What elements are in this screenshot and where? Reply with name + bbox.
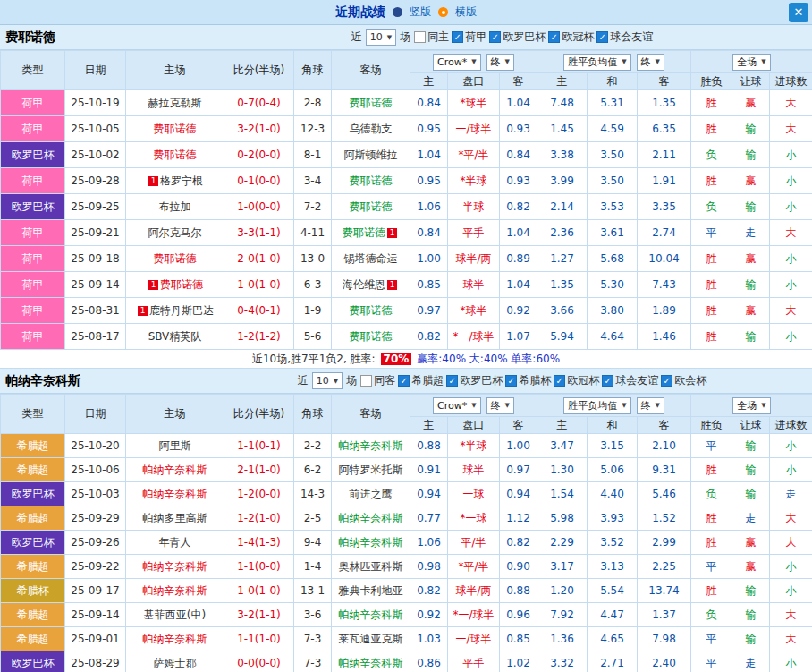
close-icon[interactable]: ✕	[789, 3, 808, 22]
home-team[interactable]: 阿里斯	[126, 434, 224, 458]
home-team[interactable]: 帕纳辛奈科斯	[126, 579, 224, 603]
away-team[interactable]: 帕纳辛奈科斯	[332, 506, 410, 531]
scope-select[interactable]: 全场 ▼	[732, 397, 770, 414]
radio-horizontal-label[interactable]: 横版	[455, 4, 477, 20]
checkbox-checked-icon[interactable]: ✓	[661, 375, 672, 387]
odds-time-select[interactable]: 终 ▼	[486, 54, 514, 71]
filter-checkbox[interactable]: ✓荷甲	[452, 30, 486, 45]
away-team[interactable]: 阿斯顿维拉	[332, 142, 410, 168]
away-team[interactable]: 前进之鹰	[332, 482, 410, 506]
match-count-select[interactable]: 10 ▼	[366, 29, 396, 46]
result-goals: 大	[770, 90, 812, 116]
away-team[interactable]: 海伦维恩1	[332, 272, 410, 298]
result-handicap: 输	[732, 194, 770, 220]
avg-source-select[interactable]: 胜平负均值 ▼	[563, 397, 630, 414]
home-team[interactable]: 1格罗宁根	[126, 168, 224, 194]
away-team[interactable]: 阿特罗米托斯	[332, 458, 410, 482]
home-team[interactable]: 费耶诺德	[126, 142, 224, 168]
away-team[interactable]: 乌德勒支	[332, 116, 410, 142]
scope-select[interactable]: 全场 ▼	[732, 54, 770, 71]
league-badge: 希腊超	[1, 555, 65, 579]
odds-source-select[interactable]: Crow* ▼	[433, 397, 481, 414]
checkbox-unchecked-icon[interactable]	[360, 375, 372, 387]
checkbox-checked-icon[interactable]: ✓	[602, 375, 613, 387]
away-team[interactable]: 费耶诺德	[332, 194, 410, 220]
result-goals: 大	[770, 298, 812, 324]
away-team[interactable]: 帕纳辛奈科斯	[332, 531, 410, 555]
chevron-down-icon: ▼	[505, 402, 510, 409]
away-team[interactable]: 锡塔德命运	[332, 246, 410, 272]
result-goals: 大	[770, 116, 812, 142]
home-team[interactable]: 帕纳多里高斯	[126, 506, 224, 531]
checkbox-checked-icon[interactable]: ✓	[548, 31, 560, 43]
avg-odds-draw: 4.64	[588, 324, 638, 350]
checkbox-checked-icon[interactable]: ✓	[554, 375, 565, 387]
away-team[interactable]: 费耶诺德	[332, 324, 410, 350]
filter-checkbox[interactable]: 同主	[414, 30, 449, 45]
avg-time-select[interactable]: 终 ▼	[637, 397, 664, 414]
home-team[interactable]: 基菲西亚(中)	[126, 603, 224, 627]
match-date: 25-09-22	[65, 555, 126, 579]
home-team[interactable]: SBV精英队	[126, 324, 224, 350]
checkbox-checked-icon[interactable]: ✓	[505, 375, 517, 387]
home-team[interactable]: 布拉加	[126, 194, 224, 220]
away-team[interactable]: 帕纳辛奈科斯	[332, 651, 410, 672]
avg-time-select[interactable]: 终 ▼	[637, 54, 664, 71]
home-team[interactable]: 帕纳辛奈科斯	[126, 482, 224, 506]
checkbox-checked-icon[interactable]: ✓	[489, 31, 501, 43]
home-team[interactable]: 帕纳辛奈科斯	[126, 555, 224, 579]
away-team[interactable]: 费耶诺德1	[332, 220, 410, 246]
filter-checkbox[interactable]: ✓希腊超	[398, 373, 444, 388]
home-team[interactable]: 帕纳辛奈科斯	[126, 627, 224, 651]
away-team[interactable]: 雅典卡利地亚	[332, 579, 410, 603]
home-team[interactable]: 萨姆士郡	[126, 651, 224, 672]
filter-checkbox[interactable]: 同客	[360, 373, 395, 388]
league-badge: 荷甲	[1, 220, 65, 246]
result-winlose: 胜	[691, 246, 732, 272]
away-team[interactable]: 帕纳辛奈科斯	[332, 434, 410, 458]
filter-checkbox[interactable]: ✓球会友谊	[602, 373, 658, 388]
match-row: 希腊超25-10-06帕纳辛奈科斯2-1(1-0)6-2阿特罗米托斯0.91球半…	[1, 458, 812, 482]
filter-checkbox[interactable]: ✓欧冠杯	[548, 30, 594, 45]
league-filter-checkboxes: 同客✓希腊超✓欧罗巴杯✓希腊杯✓欧冠杯✓球会友谊✓欧会杯	[360, 373, 706, 388]
away-team[interactable]: 奥林匹亚科斯	[332, 555, 410, 579]
section-header: 帕纳辛奈科斯 近 10 ▼ 场 同客✓希腊超✓欧罗巴杯✓希腊杯✓欧冠杯✓球会友谊…	[0, 369, 812, 394]
home-team[interactable]: 帕纳辛奈科斯	[126, 458, 224, 482]
away-team[interactable]: 费耶诺德	[332, 298, 410, 324]
checkbox-unchecked-icon[interactable]	[414, 31, 426, 43]
result-goals: 大	[770, 627, 812, 651]
away-team[interactable]: 费耶诺德	[332, 168, 410, 194]
filter-checkbox[interactable]: ✓欧会杯	[661, 373, 706, 388]
away-team[interactable]: 费耶诺德	[332, 90, 410, 116]
radio-vertical-label[interactable]: 竖版	[410, 4, 431, 20]
filter-checkbox[interactable]: ✓球会友谊	[596, 30, 653, 45]
handicap-odds-home: 0.85	[410, 272, 448, 298]
match-score: 0-0(0-0)	[224, 651, 294, 672]
checkbox-checked-icon[interactable]: ✓	[398, 375, 410, 387]
odds-source-select[interactable]: Crow* ▼	[433, 54, 481, 71]
away-team[interactable]: 莱瓦迪亚克斯	[332, 627, 410, 651]
filter-checkbox[interactable]: ✓欧冠杯	[554, 373, 599, 388]
checkbox-checked-icon[interactable]: ✓	[596, 31, 608, 43]
home-team[interactable]: 赫拉克勒斯	[126, 90, 224, 116]
handicap-odds-home: 0.98	[410, 555, 448, 579]
radio-horizontal-icon[interactable]	[438, 7, 448, 17]
away-team[interactable]: 帕纳辛奈科斯	[332, 603, 410, 627]
filter-checkbox[interactable]: ✓欧罗巴杯	[446, 373, 503, 388]
checkbox-checked-icon[interactable]: ✓	[446, 375, 458, 387]
match-count-select[interactable]: 10 ▼	[312, 372, 343, 389]
match-row: 荷甲25-09-18费耶诺德2-0(1-0)13-0锡塔德命运1.00球半/两0…	[1, 246, 812, 272]
home-team[interactable]: 1鹿特丹斯巴达	[126, 298, 224, 324]
home-team[interactable]: 年青人	[126, 531, 224, 555]
checkbox-checked-icon[interactable]: ✓	[452, 31, 463, 43]
home-team[interactable]: 1费耶诺德	[126, 272, 224, 298]
home-team[interactable]: 费耶诺德	[126, 246, 224, 272]
home-team[interactable]: 费耶诺德	[126, 116, 224, 142]
scope-header: 全场 ▼	[691, 51, 812, 73]
filter-checkbox[interactable]: ✓欧罗巴杯	[489, 30, 546, 45]
home-team[interactable]: 阿尔克马尔	[126, 220, 224, 246]
odds-time-select[interactable]: 终 ▼	[486, 397, 514, 414]
avg-source-select[interactable]: 胜平负均值 ▼	[563, 54, 630, 71]
radio-vertical-icon[interactable]	[393, 7, 402, 17]
filter-checkbox[interactable]: ✓希腊杯	[505, 373, 551, 388]
